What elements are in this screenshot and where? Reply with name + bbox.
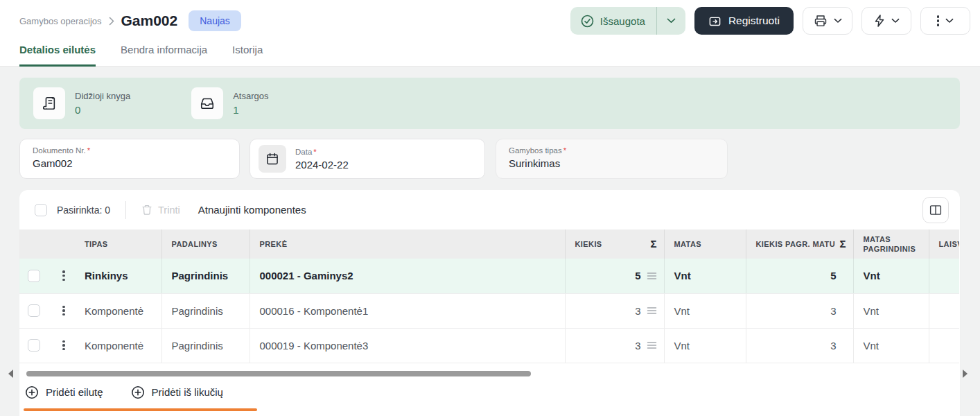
row-menu-icon[interactable] — [53, 340, 75, 351]
page-title: Gam002 — [121, 12, 178, 29]
select-all-checkbox[interactable] — [35, 204, 47, 216]
breadcrumb-parent[interactable]: Gamybos operacijos — [19, 16, 102, 26]
breadcrumb-chevron-icon — [109, 17, 114, 26]
field-label: Data — [295, 148, 312, 156]
production-type-field[interactable]: Gamybos tipas* Surinkimas — [496, 139, 728, 179]
cell-tipas: Rinkinys — [75, 259, 161, 293]
column-header-preke[interactable]: PREKĖ — [250, 229, 565, 259]
column-header-padalinys[interactable]: PADALINYS — [161, 229, 250, 259]
horizontal-scrollbar[interactable] — [7, 367, 973, 380]
cell-matas-pagr: Vnt — [853, 293, 929, 328]
check-circle-icon — [581, 15, 594, 28]
header-actions: Išsaugota Registruoti — [570, 7, 970, 35]
printer-icon — [814, 14, 828, 28]
delete-button[interactable]: Trinti — [141, 204, 180, 216]
more-actions-dropdown-button[interactable] — [920, 7, 970, 35]
document-number-value[interactable]: Gam002 — [33, 157, 227, 169]
stat-label: Didžioji knyga — [75, 91, 130, 101]
cell-matas-pagr: Vnt — [853, 328, 929, 363]
toolbar-divider — [125, 201, 126, 219]
automation-dropdown-button[interactable] — [861, 7, 911, 35]
delete-button-label: Trinti — [158, 205, 180, 216]
cell-kiekis-pagr: 5 — [746, 259, 853, 293]
sum-icon[interactable]: Σ — [839, 237, 846, 251]
quantity-details-icon[interactable] — [647, 272, 657, 280]
quantity-details-icon[interactable] — [647, 341, 657, 349]
footer-actions: Pridėti eilutę Pridėti iš likučių — [19, 385, 960, 399]
cell-kiekis: 3 — [635, 305, 640, 317]
lines-card: Pasirinkta: 0 Trinti Atnaujinti komponen… — [19, 190, 960, 416]
table-row[interactable]: Komponentė Pagrindinis 000019 - Komponen… — [19, 328, 959, 363]
cell-padalinys: Pagrindinis — [161, 259, 250, 293]
column-header-label: KIEKIS — [575, 239, 602, 249]
saved-split-button[interactable]: Išsaugota — [570, 7, 685, 35]
column-header-matas-pagrindinis[interactable]: MATAS PAGRINDINIS — [853, 229, 929, 259]
register-button-label: Registruoti — [728, 15, 780, 27]
chevron-down-icon — [834, 18, 842, 24]
table-row[interactable]: Rinkinys Pagrindinis 000021 - Gaminys2 5… — [19, 259, 959, 293]
print-dropdown-button[interactable] — [803, 7, 852, 35]
cell-laisv — [929, 293, 959, 328]
cell-matas: Vnt — [664, 328, 746, 363]
row-checkbox[interactable] — [28, 339, 40, 352]
scroll-right-arrow[interactable] — [963, 370, 968, 378]
date-field[interactable]: Data* 2024-02-22 — [250, 139, 485, 179]
trash-icon — [141, 204, 152, 216]
date-value[interactable]: 2024-02-22 — [295, 159, 349, 171]
column-header-laisv[interactable]: LAISV — [929, 229, 959, 259]
tab-general-info[interactable]: Bendra informacija — [121, 44, 207, 66]
tab-history[interactable]: Istorija — [232, 44, 263, 66]
cell-laisv — [929, 328, 959, 363]
document-number-field[interactable]: Dokumento Nr.* Gam002 — [19, 139, 240, 179]
cell-preke: 000021 - Gaminys2 — [250, 259, 565, 293]
plus-circle-icon — [131, 385, 145, 399]
table-row[interactable]: Komponentė Pagrindinis 000016 - Komponen… — [19, 293, 959, 328]
column-header-kiekis[interactable]: KIEKISΣ — [565, 229, 664, 259]
saved-dropdown-button[interactable] — [656, 7, 685, 35]
top-bar: Gamybos operacijos Gam002 Naujas Išsaugo… — [0, 0, 980, 35]
scroll-left-arrow[interactable] — [8, 370, 13, 378]
table-toolbar: Pasirinkta: 0 Trinti Atnaujinti komponen… — [19, 190, 960, 229]
add-from-stock-button[interactable]: Pridėti iš likučių — [131, 385, 223, 399]
stat-value: 0 — [75, 104, 130, 116]
cell-kiekis-pagr: 3 — [746, 328, 853, 363]
plus-circle-icon — [25, 385, 39, 399]
inventory-icon — [191, 87, 223, 119]
tab-detail-lines[interactable]: Detalios eilutės — [19, 44, 96, 67]
kebab-menu-icon — [937, 15, 940, 26]
production-type-value[interactable]: Surinkimas — [509, 157, 715, 169]
row-menu-icon[interactable] — [53, 270, 75, 281]
row-checkbox[interactable] — [28, 304, 40, 317]
column-settings-button[interactable] — [922, 197, 949, 223]
sum-icon[interactable]: Σ — [650, 237, 656, 251]
cell-preke: 000016 - Komponentė1 — [250, 293, 565, 328]
column-header-tipas[interactable]: TIPAS — [75, 229, 161, 259]
stat-value: 1 — [233, 104, 268, 116]
stat-inventory: Atsargos 1 — [191, 87, 268, 119]
refresh-components-button[interactable]: Atnaujinti komponentes — [198, 204, 306, 216]
register-button[interactable]: Registruoti — [694, 7, 794, 35]
lines-table: TIPAS PADALINYS PREKĖ KIEKISΣ MATAS KIEK… — [19, 229, 959, 363]
column-header-kiekis-pagr-matu[interactable]: KIEKIS PAGR. MATUΣ — [746, 229, 853, 259]
chevron-down-icon — [891, 18, 900, 24]
cell-kiekis: 3 — [635, 340, 640, 352]
quantity-details-icon[interactable] — [647, 306, 657, 315]
cell-tipas: Komponentė — [75, 328, 161, 363]
orange-underline-bar — [24, 408, 257, 411]
add-row-button[interactable]: Pridėti eilutę — [25, 385, 103, 399]
row-checkbox[interactable] — [28, 270, 40, 282]
stat-general-ledger: Didžioji knyga 0 — [33, 87, 130, 119]
required-asterisk: * — [87, 146, 90, 155]
ledger-icon — [33, 87, 65, 119]
scrollbar-thumb[interactable] — [26, 371, 531, 376]
saved-button[interactable]: Išsaugota — [570, 7, 656, 35]
cell-preke: 000019 - Komponentė3 — [250, 328, 565, 363]
row-menu-icon[interactable] — [53, 306, 75, 316]
column-header-matas[interactable]: MATAS — [664, 229, 746, 259]
register-folder-icon — [708, 15, 721, 28]
calendar-icon[interactable] — [259, 145, 286, 173]
document-fields: Dokumento Nr.* Gam002 Data* 2024-02-22 G… — [19, 139, 980, 179]
chevron-down-icon — [945, 18, 954, 24]
field-label: Dokumento Nr. — [33, 146, 86, 155]
cell-matas: Vnt — [664, 293, 746, 328]
